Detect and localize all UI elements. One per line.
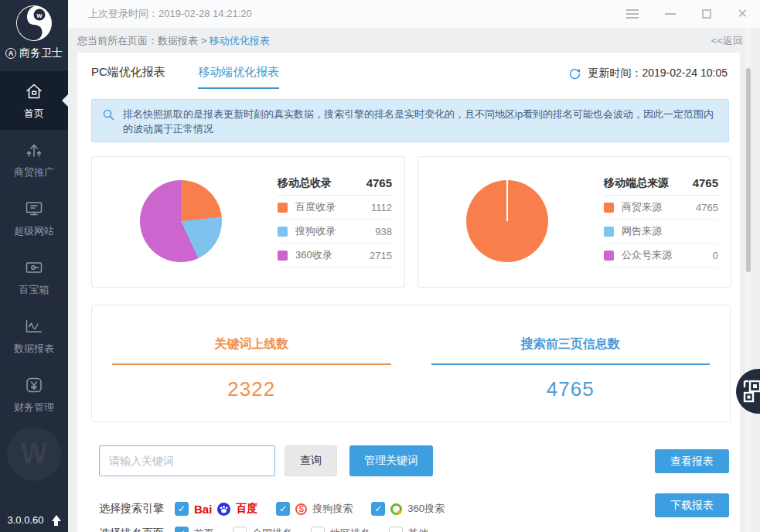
minimize-icon[interactable]	[665, 13, 676, 15]
legend-row: 网告来源	[604, 220, 718, 244]
legend-label: 百度收录	[295, 200, 371, 214]
stat-top3-pages: 搜索前三页信息数 4765	[411, 305, 731, 421]
website-icon	[24, 199, 44, 219]
sidebar-item-home[interactable]: 首页	[0, 71, 68, 130]
tabs-row: PC端优化报表 移动端优化报表 更新时间：2019-02-24 10:05	[91, 65, 729, 91]
toolbox-icon	[24, 257, 44, 278]
legend-label: 公众号来源	[622, 248, 713, 262]
breadcrumb-current[interactable]: 移动优化报表	[210, 35, 270, 46]
sidebar-item-toolbox[interactable]: 百宝箱	[0, 247, 68, 306]
tab-pc-report[interactable]: PC端优化报表	[91, 65, 165, 87]
maximize-icon[interactable]	[702, 9, 711, 19]
legend-row: 商贸来源4765	[604, 196, 718, 220]
mobile-source-card: 移动端总来源 4765 商贸来源4765网告来源公众号来源0	[417, 156, 731, 288]
legend-swatch-icon	[604, 251, 614, 261]
legend-title: 移动总收录	[278, 176, 332, 190]
legend-value: 4765	[696, 202, 718, 213]
mobile-source-legend: 移动端总来源 4765 商贸来源4765网告来源公众号来源0	[604, 171, 718, 268]
legend-rows: 百度收录1112搜狗收录938360收录2715	[278, 196, 392, 268]
tab-mobile-report[interactable]: 移动端优化报表	[198, 65, 279, 89]
partial-option-label: 全国排名	[252, 527, 292, 532]
partial-option: ✓其他	[389, 527, 428, 532]
view-report-button[interactable]: 查看报表	[655, 449, 729, 473]
legend-swatch-icon	[604, 227, 614, 237]
engine-checkbox[interactable]: ✓	[371, 502, 385, 516]
svg-text:w: w	[36, 12, 43, 19]
baidu-logo: Bai	[194, 503, 212, 516]
mobile-index-card: 移动总收录 4765 百度收录1112搜狗收录938360收录2715	[91, 156, 405, 288]
scrollbar-track[interactable]	[744, 28, 751, 532]
partial-option-label: 其他	[408, 527, 428, 532]
baidu-logo-text: 百度	[236, 502, 257, 516]
legend-value: 938	[375, 226, 392, 237]
app-logo: w	[0, 5, 68, 42]
baidu-paw-icon	[217, 503, 230, 516]
sidebar-item-promotion[interactable]: 商贸推广	[0, 130, 68, 189]
upgrade-arrow-icon[interactable]	[52, 515, 61, 526]
keyword-query-row: 查询 管理关键词 查看报表	[99, 445, 729, 478]
engine-checkbox[interactable]: ✓	[276, 502, 290, 516]
refresh-icon[interactable]	[568, 67, 581, 80]
brand-badge-icon: A	[5, 48, 16, 59]
sidebar-item-label: 首页	[24, 107, 44, 121]
window-controls: ✕	[626, 8, 748, 20]
engine-checkbox[interactable]: ✓	[175, 502, 189, 516]
partial-option: ✓全国排名	[233, 527, 292, 532]
legend-row: 百度收录1112	[278, 196, 392, 220]
legend-label: 360收录	[295, 248, 370, 262]
page-content: 您当前所在页面：数据报表 > 移动优化报表 <<返回 PC端优化报表 移动端优化…	[68, 28, 760, 532]
stat-keywords-online: 关键词上线数 2322	[92, 305, 411, 421]
stat-value: 4765	[431, 377, 711, 401]
legend-label: 搜狗收录	[295, 224, 375, 238]
legend-value: 0	[713, 250, 718, 261]
legend-rows: 商贸来源4765网告来源公众号来源0	[604, 196, 718, 268]
legend-row: 公众号来源0	[604, 244, 718, 268]
legend-swatch-icon	[278, 251, 288, 261]
hamburger-menu-icon[interactable]	[626, 9, 639, 19]
download-report-button[interactable]: 下载报表	[655, 493, 729, 517]
legend-swatch-icon	[604, 203, 614, 213]
partial-option: ✓首页	[175, 527, 214, 532]
partial-option-checkbox[interactable]: ✓	[233, 527, 247, 532]
pie-divider-line	[506, 180, 508, 221]
legend-header: 移动总收录 4765	[278, 171, 392, 196]
home-icon	[24, 81, 44, 101]
sidebar-item-reports[interactable]: 数据报表	[0, 306, 68, 365]
partial-options-row: 选择排名页面 ✓首页✓全国排名✓地区排名✓其他	[99, 524, 447, 532]
promotion-icon	[24, 140, 44, 160]
partial-option-checkbox[interactable]: ✓	[389, 527, 403, 532]
search-engine-row: 选择搜索引擎 ✓Bai百度✓S搜狗搜索✓360搜索	[99, 500, 463, 518]
yin-yang-logo-icon: w	[15, 5, 53, 42]
close-icon[interactable]: ✕	[738, 8, 748, 20]
sidebar-item-finance[interactable]: 财务管理	[0, 365, 68, 424]
partial-option-checkbox[interactable]: ✓	[311, 527, 325, 532]
breadcrumb-parent[interactable]: 数据报表	[158, 35, 198, 46]
mobile-source-pie-chart	[466, 180, 548, 262]
magnifier-icon	[102, 108, 115, 121]
titlebar: 上次登录时间：2019-02-28 14:21:20 ✕	[68, 0, 760, 28]
sidebar-item-website[interactable]: 超级网站	[0, 189, 68, 247]
sidebar-menu: 首页 商贸推广 超级网站 百宝箱	[0, 71, 68, 424]
query-button[interactable]: 查询	[285, 445, 337, 476]
legend-value: 2715	[370, 250, 392, 261]
legend-swatch-icon	[278, 203, 288, 213]
mobile-index-legend: 移动总收录 4765 百度收录1112搜狗收录938360收录2715	[278, 171, 392, 268]
report-icon	[24, 316, 44, 336]
stat-value: 2322	[112, 377, 391, 401]
update-time-text: 更新时间：2019-02-24 10:05	[588, 66, 728, 80]
stat-title: 搜索前三页信息数	[431, 336, 711, 353]
engine-name: 搜狗搜索	[312, 502, 353, 516]
partial-option-checkbox[interactable]: ✓	[175, 527, 189, 532]
scrollbar-thumb[interactable]	[746, 68, 751, 272]
last-login-time: 上次登录时间：2019-02-28 14:21:20	[88, 7, 252, 21]
manage-keywords-button[interactable]: 管理关键词	[349, 445, 433, 476]
version-label: 3.0.0.60	[8, 514, 44, 526]
partial-row-items: ✓首页✓全国排名✓地区排名✓其他	[175, 527, 447, 532]
legend-total: 4765	[693, 176, 718, 189]
keyword-input[interactable]	[99, 445, 275, 476]
engine-items: ✓Bai百度✓S搜狗搜索✓360搜索	[175, 502, 463, 516]
back-link[interactable]: <<返回	[711, 34, 743, 48]
engine-name: 360搜索	[407, 502, 445, 516]
legend-title: 移动端总来源	[604, 176, 669, 190]
sidebar-item-label: 商贸推广	[14, 165, 54, 179]
